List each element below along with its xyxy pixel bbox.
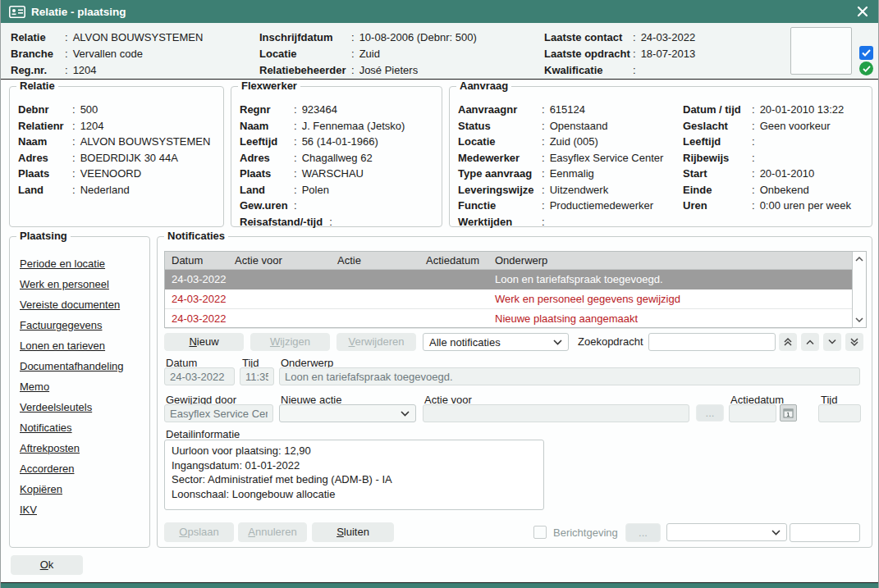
- berichtgeving-browse-button[interactable]: ...: [625, 523, 661, 542]
- next-record-button[interactable]: [823, 333, 841, 351]
- field-value: Openstaand: [550, 118, 608, 134]
- groupbox-title: Aanvraag: [456, 80, 511, 92]
- nav-link-vereiste-documenten[interactable]: Vereiste documenten: [20, 294, 149, 315]
- field-label: Rijbewijs: [683, 150, 752, 166]
- nav-link-notificaties[interactable]: Notificaties: [20, 417, 149, 438]
- nav-link-factuurgegevens[interactable]: Factuurgegevens: [20, 315, 149, 335]
- table-row[interactable]: 24-03-2022 Werk en personeel gegevens ge…: [165, 289, 852, 309]
- table-row[interactable]: 24-03-2022 Nieuwe plaatsing aangemaakt: [165, 309, 852, 329]
- colon: :: [542, 150, 545, 166]
- field-value: Eenmalig: [550, 166, 594, 182]
- table-header-row: Datum Actie voor Actie Actiedatum Onderw…: [165, 252, 852, 270]
- field-label: Aanvraagnr: [458, 102, 542, 118]
- colon: :: [294, 198, 297, 214]
- groupbox-plaatsing: Plaatsing Periode en locatie Werk en per…: [9, 236, 150, 548]
- field-label: Einde: [683, 182, 752, 198]
- colon: :: [72, 102, 76, 118]
- field-value: Onbekend: [760, 182, 809, 198]
- field-label: Relatienr: [18, 118, 72, 134]
- field-value: 923464: [302, 102, 337, 118]
- groupbox-title: Relatie: [16, 80, 58, 92]
- berichtgeving-select[interactable]: [666, 523, 787, 541]
- field-label: Reg.nr.: [11, 62, 65, 79]
- field-label: Leveringswijze: [458, 182, 542, 198]
- nieuwe-actie-select[interactable]: [279, 404, 416, 422]
- window-title: Relatie - plaatsing: [31, 6, 126, 18]
- actie-voor-browse-button[interactable]: ...: [696, 404, 724, 422]
- detail-line: Loonschaal: Loongebouw allocatie: [172, 487, 537, 502]
- last-record-button[interactable]: [845, 333, 863, 351]
- previous-record-button[interactable]: [801, 333, 819, 351]
- nav-link-werk-en-personeel[interactable]: Werk en personeel: [20, 274, 149, 294]
- nav-link-verdeelsleutels[interactable]: Verdeelsleutels: [20, 397, 149, 417]
- colon: :: [633, 46, 636, 62]
- cell-datum: 24-03-2022: [165, 270, 228, 289]
- first-record-button[interactable]: [779, 333, 797, 351]
- opslaan-button[interactable]: Opslaan: [164, 522, 234, 542]
- close-icon[interactable]: [854, 2, 872, 21]
- field-value: 1204: [73, 62, 97, 79]
- field-label: Adres: [240, 150, 294, 166]
- column-header: Actiedatum: [419, 252, 488, 269]
- actiedatum-input[interactable]: [729, 404, 776, 422]
- notificatie-filter-select[interactable]: Alle notificaties: [423, 333, 569, 351]
- column-header: Actie: [331, 252, 419, 269]
- sluiten-button[interactable]: Sluiten: [312, 522, 394, 542]
- header-column-relatie: Relatie:ALVON BOUWSYSTEMEN Branche:Verva…: [11, 30, 203, 79]
- calendar-icon[interactable]: [780, 404, 797, 422]
- nav-link-documentafhandeling[interactable]: Documentafhandeling: [20, 356, 149, 376]
- colon: :: [65, 30, 68, 46]
- field-label: Plaats: [240, 166, 294, 182]
- nav-link-periode-en-locatie[interactable]: Periode en locatie: [20, 253, 149, 274]
- nav-link-kopieren[interactable]: Kopiëren: [20, 479, 149, 499]
- nav-link-lonen-en-tarieven[interactable]: Lonen en tarieven: [20, 335, 149, 356]
- checkbox-checked-icon[interactable]: [859, 46, 873, 60]
- ok-button[interactable]: Ok: [11, 555, 83, 575]
- tijd-input[interactable]: [240, 367, 274, 385]
- onderwerp-input[interactable]: [279, 367, 860, 385]
- nav-link-aftrekposten[interactable]: Aftrekposten: [20, 438, 149, 458]
- actie-tijd-input[interactable]: [818, 404, 861, 422]
- datum-input[interactable]: [164, 367, 235, 385]
- field-label: Inschrijfdatum: [259, 30, 351, 46]
- field-value: 10-08-2006 (Debnr: 500): [359, 30, 477, 46]
- colon: :: [351, 46, 355, 62]
- verwijderen-button[interactable]: Verwijderen: [336, 333, 416, 351]
- header-column-contact: Laatste contact:24-03-2022 Laatste opdra…: [544, 30, 695, 79]
- berichtgeving-checkbox[interactable]: [533, 526, 547, 539]
- column-header: Datum: [165, 252, 228, 269]
- actie-voor-input[interactable]: [423, 404, 689, 422]
- zoekopdracht-input[interactable]: [648, 333, 776, 351]
- cell-actie: [331, 289, 419, 308]
- field-label: Kwalificatie: [544, 62, 633, 79]
- field-label: Naam: [240, 118, 294, 134]
- colon: :: [752, 150, 755, 166]
- nav-link-ikv[interactable]: IKV: [20, 499, 149, 520]
- colon: :: [633, 62, 636, 79]
- table-row[interactable]: 24-03-2022 Loon en tariefafspraak toegev…: [165, 270, 852, 289]
- field-value: Zuid: [359, 46, 380, 62]
- selected-option: Alle notificaties: [429, 336, 501, 349]
- nav-link-accorderen[interactable]: Accorderen: [20, 458, 149, 479]
- berichtgeving-label: Berichtgeving: [553, 526, 618, 539]
- berichtgeving-extra-input[interactable]: [790, 523, 860, 542]
- cell-actie: [331, 270, 419, 289]
- field-label: Laatste opdracht: [544, 46, 633, 62]
- nav-link-memo[interactable]: Memo: [20, 376, 149, 397]
- field-label: Plaats: [18, 166, 72, 182]
- wijzigen-button[interactable]: Wijzigen: [250, 333, 330, 351]
- groupbox-title: Plaatsing: [16, 230, 71, 242]
- groupbox-title: Flexwerker: [238, 80, 300, 92]
- table-scrollbar[interactable]: [852, 252, 866, 327]
- colon: :: [72, 182, 76, 198]
- gewijzigd-door-input[interactable]: [164, 404, 273, 422]
- colon: :: [752, 102, 755, 118]
- cell-actiedatum: [419, 270, 488, 289]
- scroll-up-icon[interactable]: [854, 254, 865, 264]
- annuleren-button[interactable]: Annuleren: [238, 522, 307, 542]
- nieuw-button[interactable]: Nieuw: [164, 333, 244, 351]
- field-value: VEENOORD: [80, 166, 141, 182]
- field-label: Locatie: [259, 46, 351, 62]
- scroll-down-icon[interactable]: [854, 315, 865, 325]
- field-value: Uitzendwerk: [550, 182, 609, 198]
